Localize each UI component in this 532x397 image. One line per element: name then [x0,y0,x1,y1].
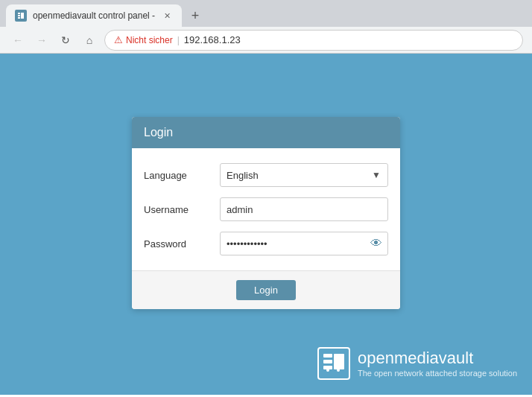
warning-icon: ⚠ [114,34,123,45]
address-separator: | [177,35,180,45]
password-input[interactable] [220,232,388,255]
forward-button[interactable]: → [33,31,51,49]
username-label: Username [144,204,211,215]
svg-point-8 [326,369,329,372]
active-tab[interactable]: openmediavault control panel - ✕ [6,4,182,27]
tab-bar: openmediavault control panel - ✕ + [0,0,532,27]
svg-rect-0 [18,13,20,14]
svg-rect-5 [323,360,332,363]
password-label: Password [144,238,211,250]
address-url[interactable]: 192.168.1.23 [184,34,241,45]
security-text: Nicht sicher [126,35,173,45]
omv-tagline: The open network attached storage soluti… [358,369,517,378]
eye-icon[interactable]: 👁 [370,237,382,250]
select-wrap: English Deutsch Français Español ▼ [220,163,388,187]
tab-close-icon[interactable]: ✕ [161,10,173,22]
language-row: Language English Deutsch Français Españo… [144,163,388,187]
address-input-wrap: ⚠ Nicht sicher | 192.168.1.23 [104,30,523,51]
svg-rect-1 [18,15,20,16]
login-header: Login [132,117,400,148]
main-content: Login Language English Deutsch Français … [0,54,532,395]
language-control: English Deutsch Français Español ▼ [220,163,388,187]
username-row: Username [144,197,388,221]
security-warning[interactable]: ⚠ Nicht sicher [114,34,173,45]
tab-title: openmediavault control panel - [33,10,155,21]
omv-branding: openmediavault The open network attached… [317,347,517,380]
omv-text-wrap: openmediavault The open network attached… [358,349,517,378]
omv-name: openmediavault [358,349,517,368]
password-wrap: 👁 [220,232,388,255]
address-bar: ← → ↻ ⌂ ⚠ Nicht sicher | 192.168.1.23 [0,27,532,54]
svg-point-9 [337,369,340,372]
language-label: Language [144,170,211,181]
svg-rect-2 [18,17,20,19]
tab-favicon [15,10,27,22]
login-button[interactable]: Login [236,280,296,300]
login-footer: Login [132,270,400,309]
omv-logo [317,347,350,380]
svg-rect-4 [323,354,332,358]
svg-rect-7 [334,354,344,369]
username-control [220,197,388,221]
home-button[interactable]: ⌂ [80,31,98,49]
login-body: Language English Deutsch Français Españo… [132,148,400,270]
browser-chrome: openmediavault control panel - ✕ + ← → ↻… [0,0,532,54]
reload-button[interactable]: ↻ [57,31,75,49]
password-control: 👁 [220,232,388,255]
username-input[interactable] [220,197,388,221]
login-card: Login Language English Deutsch Français … [132,117,400,309]
password-row: Password 👁 [144,232,388,255]
back-button[interactable]: ← [9,31,27,49]
login-title: Login [144,126,173,139]
language-select[interactable]: English Deutsch Français Español [220,163,388,187]
new-tab-button[interactable]: + [185,5,206,26]
svg-rect-3 [21,13,24,19]
